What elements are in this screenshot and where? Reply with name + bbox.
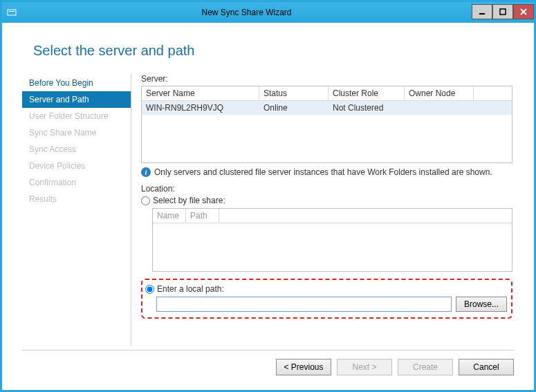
sidebar-item-confirmation: Confirmation [22, 174, 131, 191]
sidebar-item-results: Results [22, 191, 131, 207]
radio-enter-localpath-label: Enter a local path: [157, 284, 224, 294]
titlebar[interactable]: New Sync Share Wizard [2, 2, 534, 23]
info-icon: i [141, 167, 151, 177]
wizard-footer: < Previous Next > Create Cancel [22, 350, 514, 375]
browse-button[interactable]: Browse... [456, 297, 507, 312]
col-share-path: Path [186, 209, 219, 223]
location-label: Location: [141, 184, 512, 194]
app-icon [6, 7, 17, 18]
col-cluster-role[interactable]: Cluster Role [329, 86, 405, 101]
sidebar-item-device-policies: Device Policies [22, 158, 131, 174]
svg-rect-0 [8, 10, 16, 15]
wizard-sidebar: Before You Begin Server and Path User Fo… [22, 74, 131, 346]
server-table[interactable]: Server Name Status Cluster Role Owner No… [141, 86, 512, 163]
svg-rect-1 [9, 11, 15, 12]
sidebar-item-server-and-path[interactable]: Server and Path [22, 91, 131, 108]
col-server-name[interactable]: Server Name [142, 86, 259, 101]
radio-select-fileshare-label: Select by file share: [153, 196, 225, 205]
sidebar-item-user-folder-structure: User Folder Structure [22, 108, 131, 124]
col-owner-node[interactable]: Owner Node [405, 86, 474, 101]
next-button: Next > [337, 359, 392, 375]
cell-server-name: WIN-RN9L2RH9VJQ [142, 101, 259, 115]
close-button[interactable] [513, 4, 534, 19]
localpath-input[interactable] [156, 297, 452, 312]
highlight-box: Enter a local path: Browse... [141, 279, 512, 319]
fileshare-table: Name Path [152, 208, 512, 272]
minimize-button[interactable] [472, 4, 492, 19]
server-label: Server: [141, 74, 512, 84]
cell-owner-node [405, 101, 474, 115]
table-row[interactable]: WIN-RN9L2RH9VJQ Online Not Clustered [142, 101, 512, 115]
svg-rect-3 [500, 9, 506, 15]
cell-status: Online [259, 101, 329, 115]
maximize-button[interactable] [492, 4, 513, 19]
col-status[interactable]: Status [259, 86, 329, 101]
window-title: New Sync Share Wizard [21, 8, 472, 17]
cancel-button[interactable]: Cancel [459, 359, 514, 375]
window-frame: New Sync Share Wizard Select the server … [0, 0, 536, 392]
sidebar-item-sync-access: Sync Access [22, 141, 131, 158]
radio-enter-localpath[interactable] [145, 285, 154, 294]
radio-select-fileshare[interactable] [141, 196, 150, 205]
sidebar-item-before-you-begin[interactable]: Before You Begin [22, 75, 131, 91]
col-spacer [474, 86, 512, 101]
info-text: Only servers and clustered file server i… [154, 167, 492, 177]
page-title: Select the server and path [33, 43, 514, 59]
previous-button[interactable]: < Previous [276, 359, 331, 375]
sidebar-item-sync-share-name: Sync Share Name [22, 124, 131, 141]
create-button: Create [398, 359, 453, 375]
col-share-name: Name [153, 209, 186, 223]
cell-cluster-role: Not Clustered [329, 101, 405, 115]
